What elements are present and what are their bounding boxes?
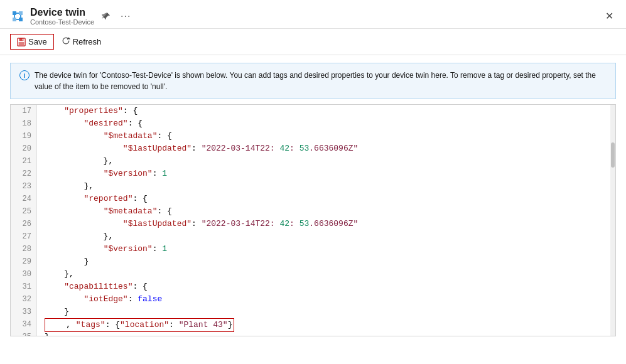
line-number: 25 [11,205,36,218]
highlighted-line: , "tags": {"location": "Plant 43"} [45,318,234,332]
table-row: } [45,255,615,268]
toolbar: Save Refresh [0,29,626,55]
table-row: "$lastUpdated": "2022-03-14T22: 42: 53.6… [45,218,615,230]
table-row: }, [45,155,615,168]
scrollbar-thumb[interactable] [611,142,615,168]
line-number: 30 [11,268,36,281]
close-button[interactable]: ✕ [603,9,616,23]
table-row: }, [45,180,615,193]
more-icon: ··· [121,11,131,22]
table-row: "$lastUpdated": "2022-03-14T22: 42: 53.6… [45,142,615,155]
refresh-label: Refresh [73,37,102,46]
device-twin-icon [10,9,25,24]
table-row: "$version": 1 [45,243,615,255]
table-row: "iotEdge": false [45,293,615,306]
line-number: 21 [11,155,36,168]
pin-icon [102,12,111,21]
scrollbar-vertical[interactable] [610,105,615,336]
title-bar: Device twin Contoso-Test-Device ··· ✕ [0,0,626,29]
refresh-svg [62,36,70,45]
table-row: "capabilities": { [45,281,615,293]
table-row: }, [45,230,615,243]
save-button[interactable]: Save [10,34,54,50]
line-number: 26 [11,218,36,230]
line-number: 19 [11,130,36,142]
title-text-group: Device twin Contoso-Test-Device [30,6,94,26]
code-editor[interactable]: 17181920212223242526272829303132333435 "… [10,104,616,336]
title-actions: ✕ [603,9,616,23]
info-text: The device twin for 'Contoso-Test-Device… [35,70,607,92]
code-content[interactable]: "properties": { "desired": { "$metadata"… [37,105,615,336]
table-row: "reported": { [45,193,615,205]
table-row: "$version": 1 [45,168,615,180]
refresh-icon [62,36,70,47]
line-number: 24 [11,193,36,205]
line-number: 34 [11,318,36,331]
save-label: Save [28,37,47,46]
table-row: "$metadata": { [45,130,615,142]
info-svg: i [19,70,30,80]
line-number: 17 [11,105,36,117]
subtitle: Contoso-Test-Device [30,18,94,26]
more-button[interactable]: ··· [118,9,133,23]
line-number: 23 [11,180,36,193]
line-number: 32 [11,293,36,306]
line-number: 27 [11,230,36,243]
line-number: 29 [11,255,36,268]
table-row: "$metadata": { [45,205,615,218]
title-left: Device twin Contoso-Test-Device ··· [10,6,133,26]
table-row: } [45,306,615,318]
line-number: 22 [11,168,36,180]
line-number: 31 [11,281,36,293]
code-scroll: 17181920212223242526272829303132333435 "… [11,105,615,336]
svg-rect-6 [19,42,24,45]
table-row: "desired": { [45,117,615,130]
info-icon: i [19,70,30,84]
svg-text:i: i [24,72,26,79]
svg-rect-7 [23,38,23,40]
line-number: 18 [11,117,36,130]
line-number: 20 [11,142,36,155]
line-number: 33 [11,306,36,318]
refresh-button[interactable]: Refresh [57,34,107,50]
info-banner: i The device twin for 'Contoso-Test-Devi… [10,63,616,99]
line-number: 28 [11,243,36,255]
page-title: Device twin [30,6,94,18]
table-row: , "tags": {"location": "Plant 43"} [45,318,615,331]
line-numbers: 17181920212223242526272829303132333435 [11,105,37,336]
pin-button[interactable] [99,11,113,22]
table-row: "properties": { [45,105,615,117]
line-number: 35 [11,331,36,336]
table-row: }, [45,268,615,281]
save-icon [17,38,26,46]
